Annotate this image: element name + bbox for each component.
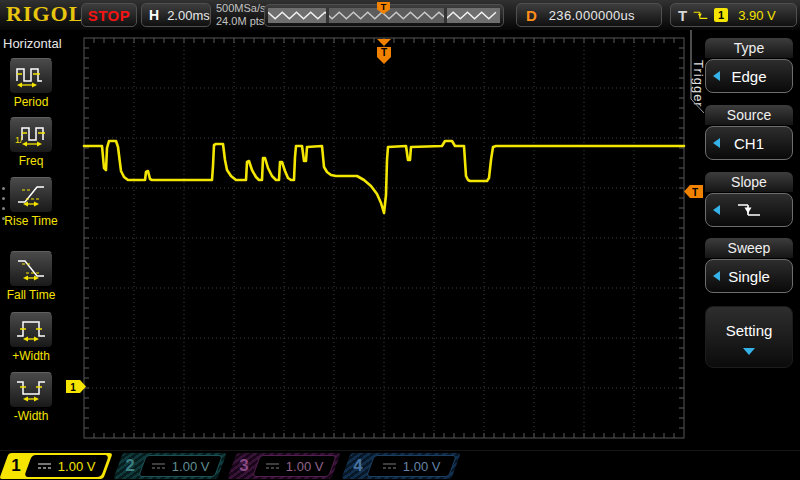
- trigger-menu-tab: Trigger: [691, 60, 706, 108]
- channel-4-status[interactable]: 4 1.00 V: [341, 453, 460, 479]
- horizontal-timebase[interactable]: H 2.00ms: [141, 3, 211, 27]
- dc-coupling-icon: [37, 461, 52, 471]
- channel-1-status[interactable]: 1 1.00 V: [0, 453, 113, 479]
- horizontal-measure-menu: Horizontal Period 1/: [0, 30, 63, 450]
- acquisition-info: 500MSa/s 24.0M pts: [216, 2, 266, 28]
- ch4-scale: 1.00 V: [403, 459, 441, 474]
- left-menu-item-rise-time: Rise Time: [0, 177, 62, 228]
- dc-coupling-icon: [265, 461, 280, 471]
- run-stop-status[interactable]: STOP: [81, 3, 137, 27]
- falling-edge-icon: [693, 8, 708, 22]
- fall-time-label: Fall Time: [0, 288, 62, 302]
- rigol-logo: RIGOL: [6, 1, 84, 27]
- dc-coupling-icon: [151, 461, 166, 471]
- source-label: Source: [705, 105, 793, 125]
- sweep-value-button[interactable]: Single: [705, 259, 793, 293]
- ch1-scale: 1.00 V: [58, 459, 96, 474]
- memory-depth: 24.0M pts: [216, 15, 266, 28]
- source-value-button[interactable]: CH1: [705, 126, 793, 160]
- sample-rate: 500MSa/s: [216, 2, 266, 15]
- left-menu-item-freq: 1/ Freq: [0, 117, 62, 168]
- minus-width-label: -Width: [0, 409, 62, 423]
- softkey-arrow-icon: [713, 138, 720, 148]
- trigger-source-group: Source CH1: [705, 105, 793, 160]
- timebase-value: 2.00ms: [167, 8, 210, 23]
- horizontal-label: H: [149, 7, 159, 23]
- ch3-panel: 1.00 V: [252, 455, 337, 477]
- plus-width-button[interactable]: [9, 312, 53, 348]
- trigger-readout[interactable]: T 1 3.90 V: [670, 3, 797, 27]
- minus-width-button[interactable]: [9, 372, 53, 408]
- type-value: Edge: [731, 68, 766, 85]
- window-right-edge: [444, 8, 447, 23]
- minus-width-icon: [14, 377, 48, 403]
- left-menu-item-plus-width: +Width: [0, 312, 62, 363]
- svg-text:1/: 1/: [15, 135, 23, 145]
- left-menu-item-minus-width: -Width: [0, 372, 62, 423]
- trigger-type-group: Type Edge: [705, 38, 793, 93]
- trigger-sweep-group: Sweep Single: [705, 238, 793, 293]
- trigger-menu: Trigger Type Edge Source CH1 Slope: [690, 30, 800, 450]
- ch3-scale: 1.00 V: [286, 459, 324, 474]
- rise-time-icon: [14, 182, 48, 208]
- delay-value: 236.000000us: [549, 8, 635, 23]
- trigger-source-badge: 1: [714, 8, 728, 22]
- trigger-level-value: 3.90 V: [738, 8, 776, 23]
- slope-label: Slope: [705, 172, 793, 192]
- chevron-down-icon: [743, 348, 755, 355]
- rise-time-button[interactable]: [9, 177, 53, 213]
- setting-button[interactable]: Setting: [705, 306, 793, 368]
- freq-label: Freq: [0, 154, 62, 168]
- freq-icon: 1/: [14, 122, 48, 148]
- menu-scroll-dots: [2, 180, 5, 227]
- plus-width-label: +Width: [0, 349, 62, 363]
- slope-value-button[interactable]: [705, 193, 793, 227]
- fall-time-button[interactable]: [9, 251, 53, 287]
- trigger-slope-group: Slope: [705, 172, 793, 227]
- top-bar: RIGOL STOP H 2.00ms 500MSa/s 24.0M pts T…: [0, 0, 800, 30]
- ch2-panel: 1.00 V: [138, 455, 223, 477]
- waveform-display[interactable]: [62, 30, 690, 450]
- setting-label: Setting: [706, 322, 792, 339]
- source-value: CH1: [734, 135, 764, 152]
- period-label: Period: [0, 95, 62, 109]
- softkey-arrow-icon: [713, 71, 720, 81]
- left-menu-item-fall-time: Fall Time: [0, 251, 62, 302]
- ch2-scale: 1.00 V: [172, 459, 210, 474]
- trigger-label: T: [678, 7, 687, 24]
- channel-3-status[interactable]: 3 1.00 V: [227, 453, 340, 479]
- period-icon: [14, 63, 48, 89]
- delay-readout[interactable]: D 236.000000us: [516, 3, 662, 27]
- freq-button[interactable]: 1/: [9, 117, 53, 153]
- sweep-label: Sweep: [705, 238, 793, 258]
- type-label: Type: [705, 38, 793, 58]
- channel-2-status[interactable]: 2 1.00 V: [113, 453, 226, 479]
- left-menu-item-period: Period: [0, 58, 62, 109]
- falling-edge-slope-icon: [736, 201, 762, 219]
- plus-width-icon: [14, 317, 48, 343]
- period-button[interactable]: [9, 58, 53, 94]
- dc-coupling-icon: [382, 461, 397, 471]
- fall-time-icon: [14, 256, 48, 282]
- type-value-button[interactable]: Edge: [705, 59, 793, 93]
- rise-time-label: Rise Time: [0, 214, 62, 228]
- sweep-value: Single: [728, 268, 770, 285]
- channel-status-bar: 1 1.00 V 2 1.00 V 3: [0, 450, 800, 480]
- oscilloscope-screen: RIGOL STOP H 2.00ms 500MSa/s 24.0M pts T…: [0, 0, 800, 480]
- ch4-panel: 1.00 V: [366, 455, 457, 477]
- delay-label: D: [526, 7, 537, 24]
- left-menu-title: Horizontal: [3, 36, 62, 51]
- softkey-arrow-icon: [713, 271, 720, 281]
- softkey-arrow-icon: [713, 205, 720, 215]
- ch1-panel: 1.00 V: [24, 455, 109, 477]
